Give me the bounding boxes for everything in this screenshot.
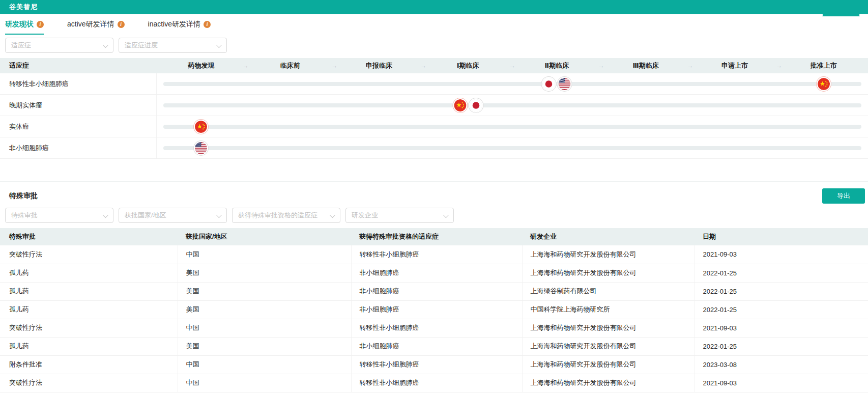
stage-label: 申报临床 (366, 61, 392, 70)
pipeline-row: 非小细胞肺癌 (0, 137, 868, 159)
approval-filter-select-0[interactable]: 特殊审批 (5, 208, 113, 223)
tab-bar: 研发现状iactive研发详情iinactive研发详情i (0, 14, 868, 35)
table-cell: 2021-09-03 (695, 319, 868, 337)
table-cell: 孤儿药 (0, 300, 178, 319)
column-header-3: 研发企业 (522, 228, 695, 245)
pipeline-rows: 转移性非小细胞肺癌晚期实体瘤实体瘤非小细胞肺癌 (0, 73, 868, 159)
pipeline-filter-select-1[interactable]: 适应症进度 (119, 38, 227, 53)
chevron-down-icon (103, 42, 108, 48)
page: 谷美替尼 研发现状iactive研发详情iinactive研发详情i 适应症适应… (0, 0, 868, 393)
table-cell: 非小细胞肺癌 (351, 282, 522, 300)
special-approval-title: 特殊审批 (9, 191, 38, 201)
table-cell: 美国 (178, 337, 351, 355)
stage-track-area (157, 73, 868, 94)
table-cell: 非小细胞肺癌 (351, 264, 522, 282)
special-approval-table: 特殊审批获批国家/地区获得特殊审批资格的适应症研发企业日期 突破性疗法中国转移性… (0, 228, 868, 392)
japan-flag-icon (470, 99, 482, 111)
stage-label: Ⅱ期临床 (545, 61, 569, 70)
table-cell: 2022-01-25 (695, 282, 868, 300)
tab-label: inactive研发详情 (148, 20, 200, 29)
indication-column-header: 适应症 (0, 61, 157, 70)
column-header-1: 获批国家/地区 (178, 228, 351, 245)
select-placeholder: 适应症 (11, 41, 31, 50)
stage-header-0: 药物发现→ (157, 58, 246, 73)
stage-track-area (157, 116, 868, 137)
pipeline-row: 晚期实体瘤 (0, 95, 868, 116)
table-cell: 上海海和药物研究开发股份有限公司 (522, 319, 695, 337)
info-icon[interactable]: i (37, 21, 44, 28)
info-icon[interactable]: i (204, 21, 211, 28)
approval-filter-select-2[interactable]: 获得特殊审批资格的适应症 (232, 208, 340, 223)
stage-label: Ⅲ期临床 (632, 61, 658, 70)
table-cell: 2021-09-03 (695, 245, 868, 264)
tab-2[interactable]: inactive研发详情i (148, 14, 211, 35)
table-row: 突破性疗法中国转移性非小细胞肺癌上海海和药物研究开发股份有限公司2021-09-… (0, 245, 868, 264)
pipeline-filters: 适应症适应症进度 (0, 38, 868, 53)
china-flag-icon (195, 121, 207, 133)
table-row: 孤儿药美国非小细胞肺癌中国科学院上海药物研究所2022-01-25 (0, 300, 868, 319)
table-cell: 中国科学院上海药物研究所 (522, 300, 695, 319)
export-button[interactable]: 导出 (822, 188, 865, 204)
column-header-0: 特殊审批 (0, 228, 178, 245)
progress-track (163, 146, 861, 150)
pipeline-row: 转移性非小细胞肺癌 (0, 73, 868, 95)
progress-track (163, 103, 861, 107)
stage-header-5: Ⅲ期临床→ (601, 58, 690, 73)
table-cell: 美国 (178, 282, 351, 300)
table-cell: 中国 (178, 245, 351, 264)
stage-marker (195, 142, 207, 154)
info-icon[interactable]: i (118, 21, 125, 28)
select-placeholder: 获得特殊审批资格的适应症 (238, 211, 317, 220)
table-cell: 中国 (178, 374, 351, 392)
table-cell: 2022-01-25 (695, 337, 868, 355)
table-header-row: 特殊审批获批国家/地区获得特殊审批资格的适应症研发企业日期 (0, 228, 868, 245)
china-flag-icon (454, 99, 466, 111)
table-cell: 2022-01-25 (695, 264, 868, 282)
approval-filter-select-3[interactable]: 研发企业 (345, 208, 454, 223)
chevron-down-icon (330, 212, 335, 218)
stage-label: 批准上市 (811, 61, 837, 70)
stage-header-4: Ⅱ期临床→ (512, 58, 601, 73)
column-header-2: 获得特殊审批资格的适应症 (351, 228, 522, 245)
special-approval-header: 特殊审批 导出 (0, 188, 868, 204)
table-cell: 中国 (178, 319, 351, 337)
stage-track-area (157, 137, 868, 158)
table-cell: 中国 (178, 355, 351, 374)
indication-cell: 非小细胞肺癌 (0, 137, 157, 158)
table-cell: 转移性非小细胞肺癌 (351, 355, 522, 374)
table-cell: 突破性疗法 (0, 319, 178, 337)
table-cell: 2023-03-08 (695, 355, 868, 374)
table-cell: 非小细胞肺癌 (351, 300, 522, 319)
stage-label: 药物发现 (188, 61, 214, 70)
table-cell: 孤儿药 (0, 337, 178, 355)
tab-1[interactable]: active研发详情i (67, 14, 125, 35)
pipeline-header-row: 适应症 药物发现→临床前→申报临床→Ⅰ期临床→Ⅱ期临床→Ⅲ期临床→申请上市→批准… (0, 58, 868, 73)
app-header: 谷美替尼 (0, 0, 868, 14)
header-scroll-thumb[interactable] (822, 14, 860, 17)
select-placeholder: 研发企业 (352, 211, 378, 220)
stage-marker (454, 99, 482, 111)
pipeline-table: 适应症 药物发现→临床前→申报临床→Ⅰ期临床→Ⅱ期临床→Ⅲ期临床→申请上市→批准… (0, 58, 868, 159)
table-cell: 2021-09-03 (695, 374, 868, 392)
select-placeholder: 适应症进度 (125, 41, 158, 50)
table-cell: 突破性疗法 (0, 374, 178, 392)
progress-track (163, 125, 861, 129)
pipeline-filter-select-0[interactable]: 适应症 (5, 38, 113, 53)
stage-label: Ⅰ期临床 (457, 61, 479, 70)
table-row: 附条件批准中国转移性非小细胞肺癌上海海和药物研究开发股份有限公司2023-03-… (0, 355, 868, 374)
stage-label: 申请上市 (721, 61, 748, 70)
tab-0[interactable]: 研发现状i (5, 14, 44, 35)
table-row: 突破性疗法中国转移性非小细胞肺癌上海海和药物研究开发股份有限公司2021-09-… (0, 319, 868, 337)
chevron-down-icon (216, 212, 222, 218)
table-cell: 上海海和药物研究开发股份有限公司 (522, 264, 695, 282)
stage-header-3: Ⅰ期临床→ (423, 58, 512, 73)
chevron-down-icon (216, 42, 222, 48)
stage-label: 临床前 (280, 61, 300, 70)
table-row: 孤儿药美国非小细胞肺癌上海海和药物研究开发股份有限公司2022-01-25 (0, 264, 868, 282)
stage-headers: 药物发现→临床前→申报临床→Ⅰ期临床→Ⅱ期临床→Ⅲ期临床→申请上市→批准上市 (157, 58, 868, 73)
table-cell: 上海海和药物研究开发股份有限公司 (522, 374, 695, 392)
table-cell: 附条件批准 (0, 355, 178, 374)
approval-filter-select-1[interactable]: 获批国家/地区 (119, 208, 227, 223)
select-placeholder: 特殊审批 (11, 211, 38, 220)
table-cell: 孤儿药 (0, 282, 178, 300)
